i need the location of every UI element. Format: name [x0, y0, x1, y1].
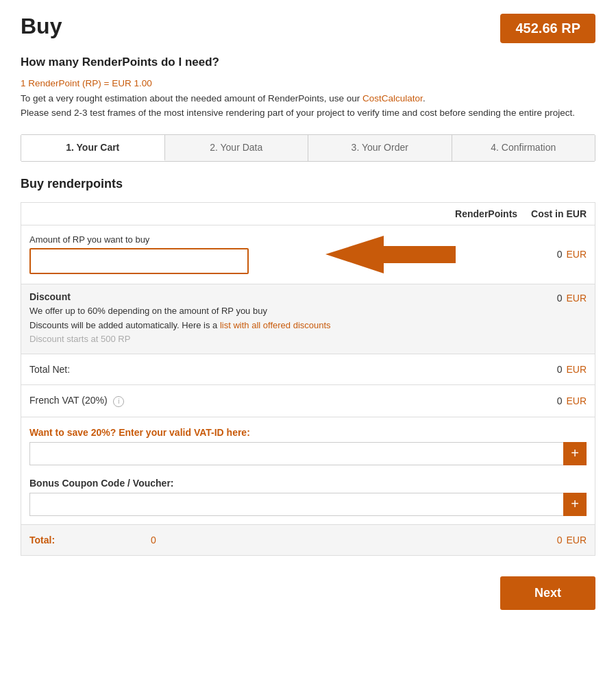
total-eur-value: 0 [557, 535, 563, 546]
cart-table: RenderPoints Cost in EUR Amount of RP yo… [21, 202, 595, 556]
discount-currency: EUR [566, 293, 587, 304]
col-rp-header: RenderPoints [455, 208, 517, 219]
rp-balance: 452.66 RP [500, 14, 595, 43]
total-net-label: Total Net: [29, 364, 70, 375]
discount-value: 0 [557, 293, 563, 304]
discount-link[interactable]: list with all offered discounts [220, 320, 331, 330]
amount-label: Amount of RP you want to buy [29, 234, 249, 245]
bottom-bar: Next [21, 576, 595, 624]
amount-input-wrapper [29, 248, 249, 274]
total-label: Total: [29, 535, 55, 546]
vat-save-label: Want to save 20%? Enter your valid VAT-I… [21, 417, 595, 442]
buy-section: Buy renderpoints RenderPoints Cost in EU… [21, 177, 595, 556]
total-right: 0 EUR [557, 535, 587, 546]
total-net-currency: EUR [566, 364, 587, 375]
coupon-input-row: + [21, 493, 595, 524]
amount-left: Amount of RP you want to buy [29, 234, 249, 274]
discount-right: 0 EUR [532, 293, 587, 304]
column-headers: RenderPoints Cost in EUR [21, 203, 595, 225]
discount-line2: Discounts will be added automatically. H… [29, 319, 532, 333]
buy-section-title: Buy renderpoints [21, 177, 595, 191]
tab-your-order[interactable]: 3. Your Order [308, 135, 452, 161]
discount-title: Discount [29, 291, 532, 302]
cost-calc-line: To get a very rought estimation about th… [21, 91, 595, 106]
arrow-container [249, 232, 532, 277]
cost-calc-suffix: . [423, 93, 426, 103]
how-many-section: How many RenderPoints do I need? 1 Rende… [21, 56, 595, 121]
cost-calculator-link[interactable]: CostCalculator [362, 93, 423, 103]
vat-label: French VAT (20%) i [29, 395, 124, 407]
total-net-right: 0 EUR [557, 364, 587, 375]
total-net-value: 0 [557, 364, 563, 375]
page-title: Buy [21, 14, 62, 39]
rp-rate: 1 RenderPoint (RP) = EUR 1.00 [21, 76, 595, 91]
vat-info-icon[interactable]: i [113, 396, 124, 407]
page-header: Buy 452.66 RP [21, 14, 595, 43]
total-row: Total: 0 0 EUR [21, 524, 595, 555]
discount-line3: Discount starts at 500 RP [29, 332, 532, 347]
tabs: 1. Your Cart 2. Your Data 3. Your Order … [21, 134, 595, 162]
total-eur-label: EUR [566, 535, 587, 546]
tab-your-cart[interactable]: 1. Your Cart [21, 135, 165, 161]
amount-currency: EUR [566, 249, 587, 260]
discount-info: Discount We offer up to 60% depending on… [29, 291, 532, 347]
discount-line2-prefix: Discounts will be added automatically. H… [29, 320, 220, 330]
vat-row: French VAT (20%) i 0 EUR [21, 385, 595, 417]
arrow-icon [325, 232, 456, 277]
amount-input[interactable] [32, 251, 224, 271]
coupon-add-button[interactable]: + [563, 493, 587, 516]
amount-value: 0 [557, 249, 563, 260]
total-left: Total: 0 [29, 535, 156, 546]
tab-your-data[interactable]: 2. Your Data [165, 135, 309, 161]
info-block: 1 RenderPoint (RP) = EUR 1.00 To get a v… [21, 76, 595, 121]
vat-value: 0 [557, 395, 563, 406]
discount-row: Discount We offer up to 60% depending on… [21, 284, 595, 354]
coupon-label: Bonus Coupon Code / Voucher: [21, 474, 595, 493]
coupon-input[interactable] [29, 493, 563, 516]
how-many-title: How many RenderPoints do I need? [21, 56, 595, 69]
tab-confirmation[interactable]: 4. Confirmation [452, 135, 595, 161]
next-button[interactable]: Next [500, 576, 595, 610]
vat-add-button[interactable]: + [563, 442, 587, 465]
rp-rate-text: 1 RenderPoint (RP) = EUR 1.00 [21, 78, 152, 88]
vat-right: 0 EUR [557, 395, 587, 406]
amount-row: Amount of RP you want to buy 0 EUR [21, 225, 595, 284]
col-cost-header: Cost in EUR [531, 208, 587, 219]
discount-text: We offer up to 60% depending on the amou… [29, 304, 532, 347]
total-value: 0 [151, 535, 156, 546]
total-net-row: Total Net: 0 EUR [21, 354, 595, 385]
test-frames-line: Please send 2-3 test frames of the most … [21, 106, 595, 121]
cost-calc-prefix: To get a very rought estimation about th… [21, 93, 362, 103]
svg-marker-0 [325, 236, 456, 273]
vat-id-input[interactable] [29, 442, 563, 465]
vat-id-input-row: + [21, 442, 595, 474]
amount-right: 0 EUR [532, 249, 587, 260]
discount-line1: We offer up to 60% depending on the amou… [29, 304, 532, 319]
vat-currency: EUR [566, 395, 587, 406]
